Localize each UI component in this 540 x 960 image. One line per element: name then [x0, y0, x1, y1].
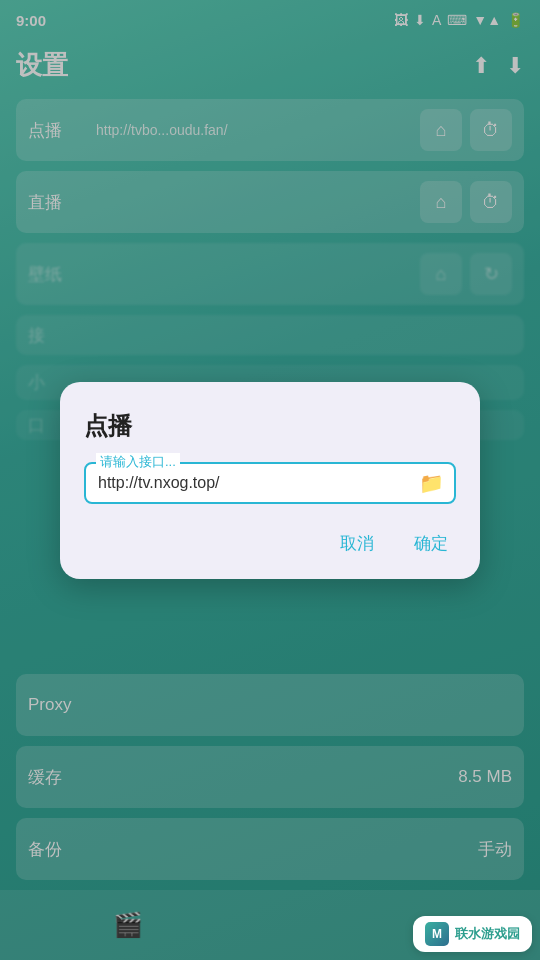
brand-logo: M — [425, 922, 449, 946]
dialog-actions: 取消 确定 — [84, 528, 456, 559]
dialog-overlay: 点播 请输入接口... 📁 取消 确定 — [0, 0, 540, 960]
brand-text: 联水游戏园 — [455, 925, 520, 943]
brand-badge: M 联水游戏园 — [413, 916, 532, 952]
dialog-title: 点播 — [84, 410, 456, 442]
dialog-input-wrapper: 请输入接口... 📁 — [84, 462, 456, 504]
dialog-box: 点播 请输入接口... 📁 取消 确定 — [60, 382, 480, 579]
dialog-confirm-button[interactable]: 确定 — [406, 528, 456, 559]
dialog-folder-icon[interactable]: 📁 — [419, 471, 444, 495]
dialog-input-label: 请输入接口... — [96, 453, 180, 471]
dialog-url-input[interactable] — [98, 474, 410, 492]
dialog-cancel-button[interactable]: 取消 — [332, 528, 382, 559]
